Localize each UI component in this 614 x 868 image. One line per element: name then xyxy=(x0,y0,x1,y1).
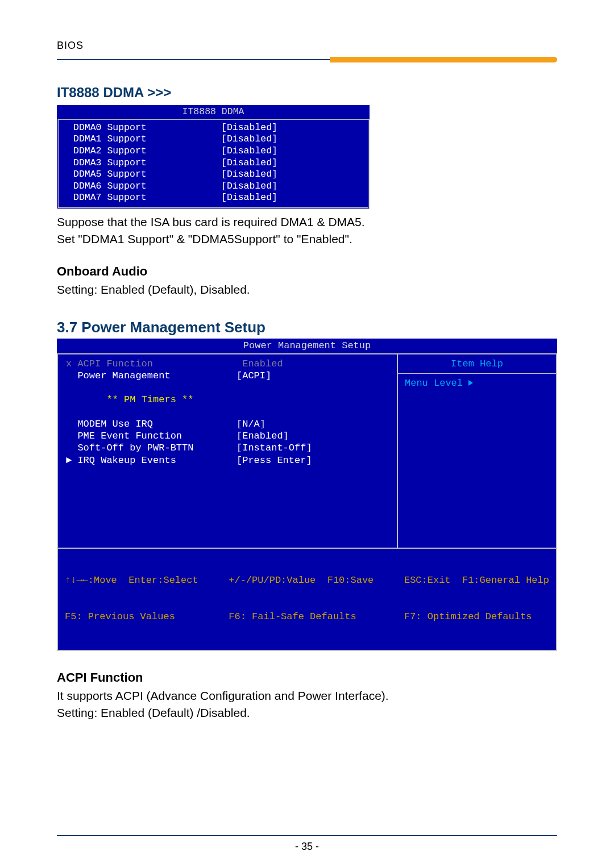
ddma-row: DDMA0 Support[Disabled] xyxy=(73,122,362,134)
ddma-row: DDMA2 Support[Disabled] xyxy=(73,145,362,157)
bios-item-modem-irq[interactable]: MODEM Use IRQ[N/A] xyxy=(66,418,389,430)
key-hint-prev-values: F5: Previous Values xyxy=(65,611,198,623)
ddma-row: DDMA1 Support[Disabled] xyxy=(73,133,362,145)
bios-item-pme-event[interactable]: PME Event Function[Enabled] xyxy=(66,430,389,442)
bios-pm-timers-header: ** PM Timers ** xyxy=(66,394,389,406)
header-rule xyxy=(57,55,557,62)
bios-blank-row xyxy=(66,406,389,418)
bios-item-soft-off[interactable]: Soft-Off by PWR-BTTN[Instant-Off] xyxy=(66,442,389,454)
bios-menu-level: Menu Level xyxy=(398,374,556,393)
key-hint-failsafe: F6: Fail-Safe Defaults xyxy=(229,611,374,623)
section-it8888-title: IT8888 DDMA >>> xyxy=(57,85,557,101)
bios-item-irq-wakeup[interactable]: ► IRQ Wakeup Events[Press Enter] xyxy=(66,454,389,466)
bios-ddma-title: IT8888 DDMA xyxy=(57,105,370,119)
onboard-audio-text: Setting: Enabled (Default), Disabled. xyxy=(57,281,557,298)
bios-power-left: x ACPI Function Enabled Power Management… xyxy=(58,354,397,548)
arrow-right-icon xyxy=(468,380,473,386)
ddma-row: DDMA5 Support[Disabled] xyxy=(73,169,362,181)
bios-blank-row xyxy=(66,382,389,394)
bios-ddma-panel: IT8888 DDMA DDMA0 Support[Disabled] DDMA… xyxy=(57,105,370,209)
page-number: - 35 - xyxy=(57,841,557,853)
ddma-row: DDMA7 Support[Disabled] xyxy=(73,192,362,204)
bios-item-power-management[interactable]: Power Management[ACPI] xyxy=(66,370,389,382)
key-hint-exit-help: ESC:Exit F1:General Help xyxy=(404,574,549,586)
ddma-note-1: Suppose that the ISA bus card is require… xyxy=(57,214,557,231)
key-hint-value-save: +/-/PU/PD:Value F10:Save xyxy=(229,574,374,586)
ddma-row: DDMA3 Support[Disabled] xyxy=(73,157,362,169)
page-header: BIOS xyxy=(57,40,557,52)
bios-power-title: Power Management Setup xyxy=(57,339,557,353)
onboard-audio-title: Onboard Audio xyxy=(57,264,557,279)
header-label: BIOS xyxy=(57,40,84,52)
ddma-row: DDMA6 Support[Disabled] xyxy=(73,181,362,193)
key-hint-move: ↑↓→←:Move Enter:Select xyxy=(65,574,198,586)
bios-footer-keys: ↑↓→←:Move Enter:Select F5: Previous Valu… xyxy=(57,549,557,651)
bios-item-help-title: Item Help xyxy=(398,354,556,373)
acpi-function-title: ACPI Function xyxy=(57,670,557,685)
power-mgmt-heading: 3.7 Power Management Setup xyxy=(57,319,557,336)
acpi-function-line2: Setting: Enabled (Default) /Disabled. xyxy=(57,704,557,721)
key-hint-optimized: F7: Optimized Defaults xyxy=(404,611,549,623)
footer-rule xyxy=(57,835,557,836)
acpi-function-line1: It supports ACPI (Advance Configuration … xyxy=(57,687,557,704)
ddma-note-2: Set "DDMA1 Support" & "DDMA5Support" to … xyxy=(57,231,557,248)
bios-item-acpi-function: x ACPI Function Enabled xyxy=(66,358,389,370)
bios-power-panel: Power Management Setup x ACPI Function E… xyxy=(57,339,557,650)
